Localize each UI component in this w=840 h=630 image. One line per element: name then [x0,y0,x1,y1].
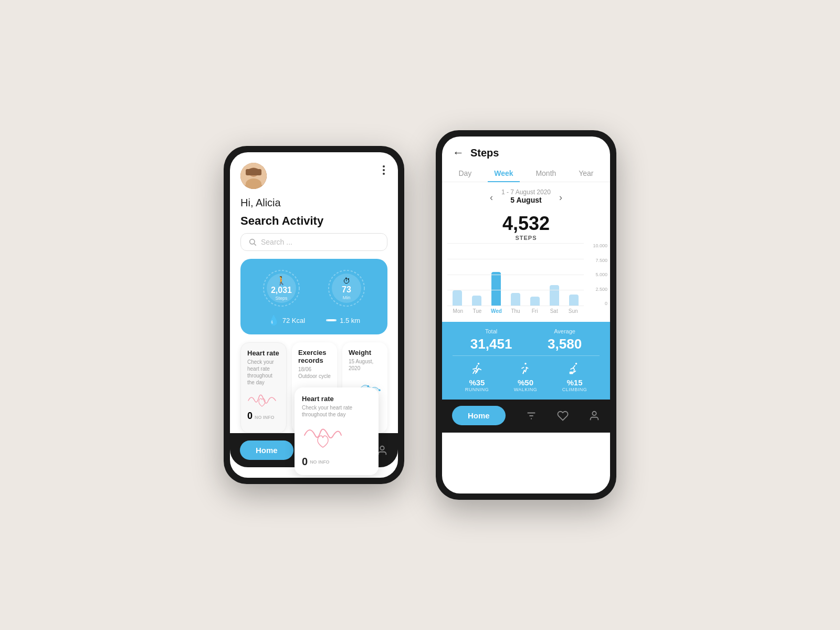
total-label: Total [470,328,512,334]
y-label-5000: 5.000 [595,272,607,277]
climbing-name: CLIMBING [562,387,587,392]
next-date-button[interactable]: › [559,192,562,203]
avatar[interactable] [240,163,267,189]
time-value: 73 [342,285,351,295]
date-range: 1 - 7 August 2020 [501,188,551,196]
phones-container: Heart rate Check your heart rate through… [224,130,616,500]
km-stat: 1.5 km [326,314,360,326]
svg-point-20 [478,363,480,365]
tab-year[interactable]: Year [572,165,600,182]
exercises-subtitle: 18/06 Outdoor cycle [298,366,331,380]
person-icon-p2[interactable] [589,410,600,422]
running-name: RUNNING [465,387,489,392]
steps-display: 4,532 STEPS [442,208,610,243]
search-icon [248,238,257,246]
weight-title: Weight [349,349,381,356]
stats-row: Total 31,451 Average 3,580 [453,328,600,352]
tab-week[interactable]: Week [488,165,519,182]
heart-rate-title: Heart rate [302,395,371,403]
search-title: Search Activity [230,212,398,233]
heart-icon-p2[interactable] [557,410,569,422]
heart-rate-subtitle: Check your heart rate throughout the day [302,404,371,418]
walking-pct: %50 [514,378,538,387]
y-label-10000: 10.000 [593,243,607,248]
average-block: Average 3,580 [548,328,582,352]
heart-rate-val: 0 [247,411,253,422]
activity-card: 🚶 2,031 Steps [240,259,387,334]
heart-rate-chart-icon [302,422,344,451]
svg-rect-10 [328,319,335,321]
steps-chart: 10.000 7.500 5.000 2.500 0 [442,243,610,322]
time-ring: ⏱ 73 Min [326,267,368,309]
walking-icon [518,361,533,376]
phone2-screen: ← Steps Day Week Month Year ‹ 1 - 7 Augu… [442,136,610,494]
steps-stat: 🚶 2,031 Steps [260,267,302,309]
date-navigation: ‹ 1 - 7 August 2020 5 August › [442,182,610,208]
total-block: Total 31,451 [470,328,512,352]
running-pct: %35 [465,378,489,387]
phone2-home-button[interactable]: Home [452,406,506,425]
km-icon [326,317,337,323]
date-main: 5 August [510,196,541,206]
svg-point-3 [250,239,255,244]
heart-rate-value: 0 [302,456,308,468]
x-label-mon: Mon [448,308,468,314]
more-options-button[interactable] [380,163,387,177]
svg-rect-23 [570,372,573,374]
kcal-stat: 💧 72 Kcal [268,314,305,326]
x-label-sat: Sat [544,308,564,314]
average-value: 3,580 [548,336,582,352]
climbing-icon [567,361,582,376]
exercises-title: Exercies records [298,349,331,364]
tab-month[interactable]: Month [529,165,562,182]
weight-subtitle: 15 August, 2020 [349,358,381,372]
svg-point-15 [379,389,381,391]
greeting-text: Hi, Alicia [230,194,398,212]
walking-name: WALKING [514,387,538,392]
prev-date-button[interactable]: ‹ [490,192,493,203]
y-label-2500: 2.500 [595,287,607,292]
search-bar[interactable]: Search ... [240,233,387,251]
back-button[interactable]: ← [453,146,464,160]
svg-rect-2 [246,169,261,175]
walking-activity: %50 WALKING [514,361,538,392]
divider [453,355,600,356]
heart-rate-card[interactable]: Heart rate Check your heart rate through… [240,342,287,433]
heart-rate-card-sub: Check your heart rate throughout the day [247,359,280,386]
running-activity: %35 RUNNING [465,361,489,392]
svg-point-13 [367,385,369,387]
time-label: Min [343,295,351,300]
activity-card-bottom: 💧 72 Kcal 1.5 km [249,314,379,326]
heart-rate-no-info: NO INFO [310,459,330,465]
x-label-wed: Wed [487,308,506,314]
svg-point-21 [524,363,527,365]
heart-rate-float-card: Heart rate Check your heart rate through… [295,387,379,475]
svg-line-4 [254,244,256,246]
phone2-header: ← Steps [442,136,610,165]
steps-value: 2,031 [271,286,292,295]
svg-point-27 [592,411,596,415]
steps-unit: STEPS [442,235,610,241]
tab-day[interactable]: Day [452,165,478,182]
climbing-activity: %15 CLIMBING [562,361,587,392]
total-value: 31,451 [470,336,512,352]
kcal-value: 72 Kcal [282,317,305,324]
phone2-bottom-nav: Home [442,400,610,433]
y-label-0: 0 [605,301,607,306]
activity-card-top: 🚶 2,031 Steps [249,267,379,309]
svg-point-19 [380,446,384,449]
steps-ring: 🚶 2,031 Steps [260,267,302,309]
phone1-home-button[interactable]: Home [240,440,293,460]
avatar-image [240,163,267,189]
steps-label: Steps [275,296,287,301]
phone2-title: Steps [470,147,499,159]
running-icon [469,361,484,376]
search-placeholder: Search ... [261,238,292,246]
steps-count: 4,532 [442,213,610,235]
phone2-tabs: Day Week Month Year [442,165,610,182]
heart-sparkline [247,390,279,408]
x-label-fri: Fri [525,308,544,314]
activity-row: %35 RUNNING %50 WALKING [453,359,600,394]
filter-icon-p2[interactable] [526,410,537,422]
y-label-7500: 7.500 [595,258,607,263]
